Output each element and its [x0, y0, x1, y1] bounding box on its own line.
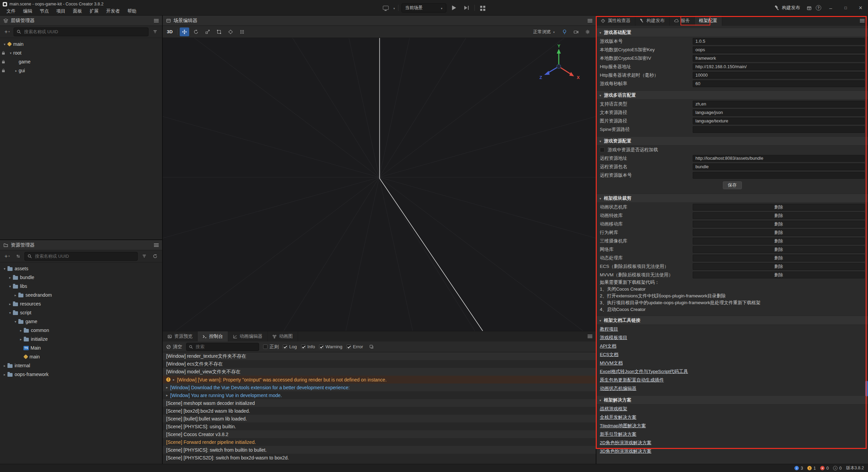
filter-log[interactable]: Log: [283, 344, 297, 349]
remote-bundle-input[interactable]: bundle: [693, 163, 865, 170]
warning-checkbox[interactable]: [319, 345, 323, 349]
open-launch-page-icon[interactable]: [478, 3, 487, 13]
minimize-button[interactable]: [823, 0, 838, 16]
expand-arrow[interactable]: [7, 311, 13, 315]
filter-info[interactable]: Info: [301, 344, 315, 349]
panel-menu-icon[interactable]: [860, 19, 865, 22]
panel-menu-icon[interactable]: [154, 19, 159, 22]
asset-node-game[interactable]: game: [0, 317, 162, 326]
delete-button[interactable]: 删除: [693, 272, 865, 278]
section-header[interactable]: 框架解决方案: [596, 395, 868, 405]
menu-developer[interactable]: 开发者: [102, 8, 124, 14]
expand-arrow[interactable]: [2, 267, 7, 271]
hierarchy-search-input[interactable]: [23, 29, 145, 35]
regex-toggle[interactable]: 正则: [263, 344, 279, 350]
console-search-input[interactable]: [195, 344, 256, 350]
menu-project[interactable]: 项目: [53, 8, 69, 14]
notice-count[interactable]: 0: [833, 466, 842, 471]
tab-framework-config[interactable]: 框架配置: [695, 16, 722, 26]
axis-gizmo[interactable]: Y X Z: [533, 44, 584, 87]
link-2d-rpg-solution[interactable]: 2D角色扮演游戏解决方案: [600, 440, 651, 446]
tab-console[interactable]: 控制台: [198, 331, 228, 341]
sort-icon[interactable]: [14, 252, 22, 261]
remote-load-checkbox[interactable]: [600, 148, 605, 152]
link-tutorial-project[interactable]: 教程项目: [600, 326, 618, 332]
spine-path-input[interactable]: [693, 126, 865, 133]
scene-camera-icon[interactable]: [571, 27, 581, 36]
asset-node-main-scene[interactable]: main: [0, 352, 162, 361]
delete-button[interactable]: 删除: [693, 204, 865, 211]
http-timeout-input[interactable]: 10000: [693, 72, 865, 79]
asset-node-libs[interactable]: libs: [0, 282, 162, 291]
scale-tool[interactable]: [203, 27, 212, 36]
log-row[interactable]: [Scene] meshopt wasm decoder initialized: [163, 399, 596, 407]
image-path-input[interactable]: language/texture: [693, 118, 865, 124]
tree-node-game[interactable]: game: [0, 57, 162, 66]
link-tiledmap-solution[interactable]: Tiledmap地图解决方案: [600, 423, 646, 429]
play-button[interactable]: [449, 3, 459, 13]
asset-node-common[interactable]: common: [0, 326, 162, 335]
assets-search-input[interactable]: [34, 253, 135, 259]
expand-arrow[interactable]: [166, 393, 168, 397]
log-row[interactable]: [Window] render_texture文件夹不存在: [163, 352, 596, 360]
crypto-key-input[interactable]: oops: [693, 46, 865, 53]
link-ecs-doc[interactable]: ECS文档: [600, 352, 618, 358]
delete-button[interactable]: 删除: [693, 263, 865, 270]
snap-tool[interactable]: [237, 27, 247, 36]
menu-extension[interactable]: 扩展: [86, 8, 102, 14]
section-header[interactable]: 游戏基础配置: [596, 28, 868, 37]
transform-tool[interactable]: [226, 27, 235, 36]
launch-scene-select[interactable]: 当前场景: [401, 3, 446, 13]
rotate-tool[interactable]: [191, 27, 201, 36]
http-server-input[interactable]: http://192.168.0.150/main/: [693, 63, 865, 70]
asset-node-bundle[interactable]: bundle: [0, 273, 162, 282]
link-excel-tool[interactable]: Excel格式转Json文件与TypeScript代码工具: [600, 369, 688, 375]
link-mvvm-doc[interactable]: MVVM文档: [600, 360, 623, 366]
refresh-icon[interactable]: [151, 252, 159, 261]
link-tactics-framework[interactable]: 战棋游戏框架: [600, 406, 627, 412]
preview-device-caret[interactable]: [393, 5, 395, 11]
tab-service[interactable]: 服务: [670, 16, 695, 26]
delete-button[interactable]: 删除: [693, 255, 865, 261]
log-row[interactable]: [Window] ecs文件夹不存在: [163, 360, 596, 368]
tab-property-inspector[interactable]: 属性检查器: [596, 16, 635, 26]
link-3d-rpg-solution[interactable]: 3D角色扮演游戏解决方案: [600, 448, 651, 454]
info-count[interactable]: 3: [794, 466, 803, 471]
panel-menu-icon[interactable]: [588, 19, 592, 22]
delete-button[interactable]: 删除: [693, 229, 865, 236]
expand-arrow[interactable]: [13, 320, 18, 323]
asset-node-internal[interactable]: internal: [0, 361, 162, 370]
expand-arrow[interactable]: [2, 373, 7, 376]
build-publish-button[interactable]: 构建发布: [770, 3, 804, 13]
tab-build-publish[interactable]: 构建发布: [635, 16, 670, 26]
lock-icon[interactable]: [2, 51, 5, 55]
link-animator-editor[interactable]: 动画状态机编辑器: [600, 386, 636, 392]
scene-settings-gear-icon[interactable]: [583, 27, 592, 36]
remote-version-input[interactable]: [693, 172, 865, 179]
log-row[interactable]: [Scene] Cocos Creator v3.8.2: [163, 430, 596, 438]
expand-arrow[interactable]: [14, 69, 19, 73]
step-button[interactable]: [462, 3, 471, 13]
log-row[interactable]: [Scene] [bullet]:bullet wasm lib loaded.: [163, 415, 596, 422]
log-row-info[interactable]: [Window] Download the Vue Devtools exten…: [163, 383, 596, 391]
expand-arrow[interactable]: [7, 302, 13, 306]
panel-menu-icon[interactable]: [154, 243, 159, 247]
menu-node[interactable]: 节点: [36, 8, 53, 14]
link-guide-solution[interactable]: 新手引导解决方案: [600, 431, 636, 437]
expand-arrow[interactable]: [173, 378, 175, 381]
create-asset-button[interactable]: [3, 252, 12, 261]
menu-panel[interactable]: 面板: [69, 8, 86, 14]
game-version-input[interactable]: 1.0.5: [693, 38, 865, 45]
view-mode-select[interactable]: 正常浏览: [530, 27, 558, 36]
move-tool[interactable]: [180, 27, 189, 36]
help-icon[interactable]: [814, 3, 823, 13]
scrollbar-thumb[interactable]: [865, 381, 868, 396]
error-checkbox[interactable]: [347, 345, 351, 349]
scene-viewport[interactable]: Y X Z: [163, 38, 596, 331]
asset-node-seedrandom[interactable]: seedrandom: [0, 291, 162, 299]
tree-node-root[interactable]: root: [0, 48, 162, 57]
asset-node-initialize[interactable]: initialize: [0, 335, 162, 343]
languages-input[interactable]: zh,en: [693, 101, 865, 107]
log-row-warning[interactable]: [Scene] Forward render pipeline initiali…: [163, 438, 596, 446]
asset-node-script[interactable]: script: [0, 308, 162, 317]
